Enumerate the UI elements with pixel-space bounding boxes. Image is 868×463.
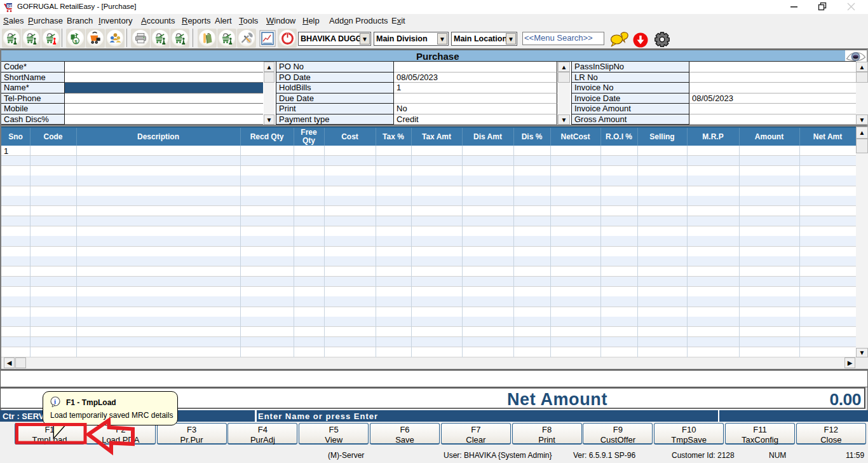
svg-text:$: $	[74, 38, 78, 44]
svg-text:RE: RE	[7, 4, 13, 8]
svg-text:i: i	[54, 397, 56, 405]
